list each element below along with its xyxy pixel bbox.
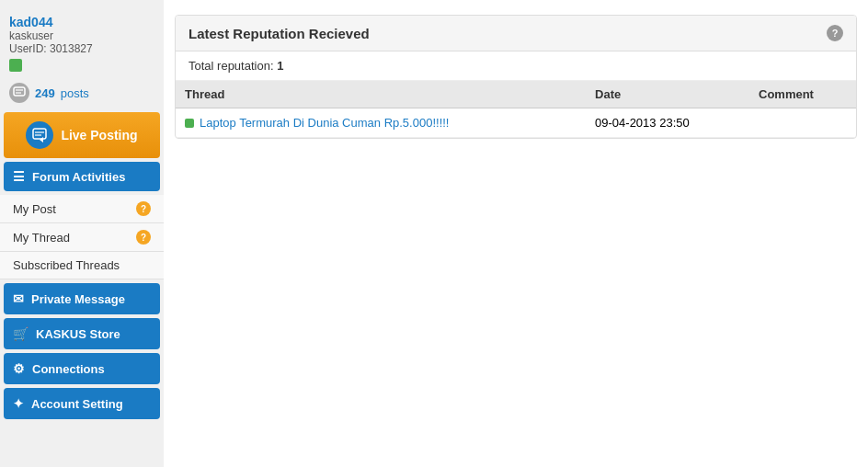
- section-title: Latest Reputation Recieved: [188, 26, 370, 41]
- help-icon[interactable]: ?: [827, 25, 843, 41]
- reputation-table: Thread Date Comment Laptop Termurah Di D…: [176, 81, 856, 138]
- account-setting-button[interactable]: ✦ Account Setting: [4, 388, 160, 419]
- reputation-section: Latest Reputation Recieved ? Total reput…: [175, 15, 857, 139]
- my-thread-item[interactable]: My Thread ?: [0, 223, 164, 252]
- forum-activities-icon: ☰: [13, 169, 25, 184]
- user-id: UserID: 3013827: [9, 42, 154, 55]
- thread-link[interactable]: Laptop Termurah Di Dunia Cuman Rp.5.000!…: [200, 116, 449, 130]
- posts-section: 249 posts: [0, 77, 164, 108]
- total-reputation: Total reputation: 1: [176, 51, 856, 81]
- reputation-header: Latest Reputation Recieved ?: [176, 16, 856, 51]
- comment-column-header: Comment: [749, 81, 856, 108]
- total-label: Total reputation:: [188, 59, 274, 73]
- forum-activities-label: Forum Activities: [32, 170, 125, 184]
- posts-label[interactable]: posts: [61, 86, 89, 100]
- user-status-indicator: [9, 59, 22, 72]
- kaskus-store-label: KASKUS Store: [36, 327, 120, 341]
- my-post-badge: ?: [136, 201, 151, 216]
- date-column-header: Date: [586, 81, 749, 108]
- my-thread-badge: ?: [136, 230, 151, 245]
- my-thread-label: My Thread: [13, 231, 70, 245]
- thread-column-header: Thread: [176, 81, 586, 108]
- svg-rect-0: [14, 87, 25, 96]
- account-setting-label: Account Setting: [31, 397, 123, 411]
- date-cell: 09-04-2013 23:50: [586, 108, 749, 138]
- user-section: kad044 kaskuser UserID: 3013827: [0, 7, 164, 77]
- subscribed-threads-label: Subscribed Threads: [13, 258, 120, 272]
- user-role: kaskuser: [9, 29, 154, 42]
- subscribed-threads-item[interactable]: Subscribed Threads: [0, 252, 164, 279]
- username[interactable]: kad044: [9, 15, 154, 29]
- my-post-label: My Post: [13, 202, 56, 216]
- thread-cell: Laptop Termurah Di Dunia Cuman Rp.5.000!…: [176, 108, 586, 138]
- connections-label: Connections: [32, 362, 105, 376]
- main-content: Latest Reputation Recieved ? Total reput…: [164, 0, 868, 467]
- live-posting-icon: [26, 121, 53, 149]
- comment-cell: [749, 108, 856, 138]
- private-message-button[interactable]: ✉ Private Message: [4, 283, 160, 314]
- account-setting-icon: ✦: [13, 396, 24, 411]
- private-message-label: Private Message: [31, 292, 125, 306]
- live-posting-label: Live Posting: [61, 128, 137, 142]
- svg-rect-3: [33, 129, 46, 139]
- connections-icon: ⚙: [13, 361, 25, 376]
- private-message-icon: ✉: [13, 291, 24, 306]
- my-post-item[interactable]: My Post ?: [0, 195, 164, 223]
- thread-cell-inner: Laptop Termurah Di Dunia Cuman Rp.5.000!…: [185, 116, 577, 130]
- sidebar: kad044 kaskuser UserID: 3013827 249 post…: [0, 0, 164, 467]
- total-count: 1: [277, 59, 283, 73]
- reputation-indicator: [185, 119, 194, 128]
- live-posting-button[interactable]: Live Posting: [4, 112, 160, 158]
- posts-count: 249: [35, 86, 55, 100]
- kaskus-store-icon: 🛒: [13, 326, 29, 341]
- connections-button[interactable]: ⚙ Connections: [4, 353, 160, 384]
- forum-activities-button[interactable]: ☰ Forum Activities: [4, 162, 160, 191]
- forum-activities-submenu: My Post ? My Thread ? Subscribed Threads: [0, 195, 164, 279]
- svg-marker-6: [40, 137, 43, 142]
- posts-icon: [9, 83, 29, 103]
- table-row: Laptop Termurah Di Dunia Cuman Rp.5.000!…: [176, 108, 856, 138]
- kaskus-store-button[interactable]: 🛒 KASKUS Store: [4, 318, 160, 349]
